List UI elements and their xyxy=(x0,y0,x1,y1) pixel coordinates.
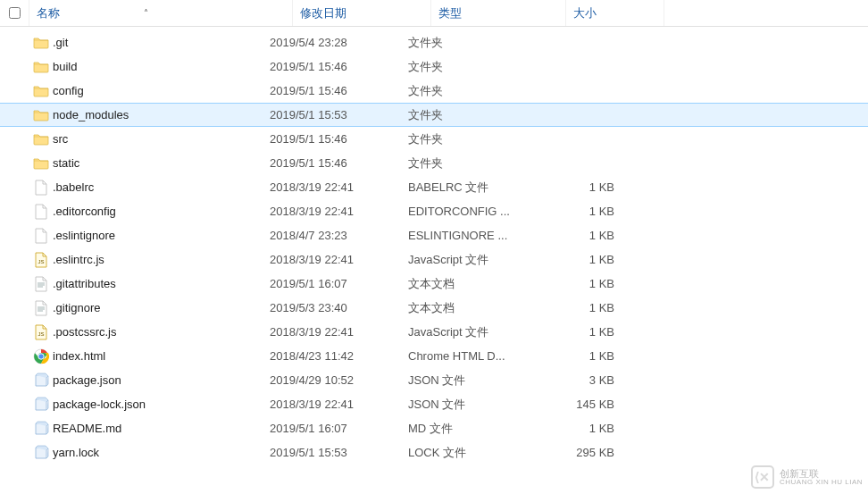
sort-asc-icon: ˄ xyxy=(144,8,148,18)
file-type: JSON 文件 xyxy=(408,397,543,413)
file-row[interactable]: .git2019/5/4 23:28文件夹 xyxy=(0,30,868,54)
file-type: JavaScript 文件 xyxy=(408,324,543,340)
file-type: LOCK 文件 xyxy=(408,445,543,461)
folder-icon xyxy=(29,131,53,147)
file-row[interactable]: .eslintignore2018/4/7 23:23ESLINTIGNORE … xyxy=(0,223,868,247)
file-type: JavaScript 文件 xyxy=(408,252,543,268)
file-row[interactable]: index.html2018/4/23 11:42Chrome HTML D..… xyxy=(0,344,868,368)
svg-text:JS: JS xyxy=(38,259,44,264)
file-type: Chrome HTML D... xyxy=(408,349,543,363)
file-name: .git xyxy=(53,36,68,49)
file-row[interactable]: node_modules2019/5/1 15:53文件夹 xyxy=(0,103,868,127)
file3d-icon xyxy=(29,445,53,461)
file-row[interactable]: src2019/5/1 15:46文件夹 xyxy=(0,127,868,151)
file-row[interactable]: JS.postcssrc.js2018/3/19 22:41JavaScript… xyxy=(0,320,868,344)
file-name: .gitattributes xyxy=(53,277,116,290)
file-name: src xyxy=(53,132,68,146)
file-row[interactable]: README.md2019/5/1 16:07MD 文件1 KB xyxy=(0,416,868,440)
file-date: 2019/5/1 15:46 xyxy=(270,84,408,97)
file-name: .gitignore xyxy=(53,301,100,314)
folder-icon xyxy=(29,107,53,123)
file-type: 文本文档 xyxy=(408,300,543,316)
column-header-size[interactable]: 大小 xyxy=(566,0,664,26)
file-size: 1 KB xyxy=(543,325,641,339)
file-size: 295 KB xyxy=(543,446,641,459)
file-date: 2018/3/19 22:41 xyxy=(270,325,408,339)
file-name: README.md xyxy=(53,422,121,435)
blank-icon xyxy=(29,204,53,220)
file-name: .postcssrc.js xyxy=(53,325,117,339)
blank-icon xyxy=(29,228,53,244)
file-type: MD 文件 xyxy=(408,421,543,437)
file-size: 145 KB xyxy=(543,398,641,411)
file-type: JSON 文件 xyxy=(408,373,543,389)
file-type: 文件夹 xyxy=(408,59,543,75)
file-name: static xyxy=(53,156,79,170)
file-row[interactable]: build2019/5/1 15:46文件夹 xyxy=(0,54,868,79)
file-row[interactable]: yarn.lock2019/5/1 15:53LOCK 文件295 KB xyxy=(0,440,868,465)
file-date: 2019/5/1 15:46 xyxy=(270,132,408,146)
file3d-icon xyxy=(29,373,53,389)
file-type: BABELRC 文件 xyxy=(408,180,543,196)
select-all-cell[interactable] xyxy=(0,0,29,26)
file-row[interactable]: .gitattributes2019/5/1 16:07文本文档1 KB xyxy=(0,272,868,296)
file-name: index.html xyxy=(53,349,105,363)
file-date: 2019/5/1 15:46 xyxy=(270,60,408,73)
file-size: 1 KB xyxy=(543,277,641,290)
chrome-icon xyxy=(29,348,53,364)
folder-icon xyxy=(29,83,53,99)
file-date: 2018/3/19 22:41 xyxy=(270,180,408,194)
file-type: 文件夹 xyxy=(408,107,543,123)
file-date: 2018/3/19 22:41 xyxy=(270,253,408,266)
column-header-type[interactable]: 类型 xyxy=(431,0,566,26)
blank-icon xyxy=(29,180,53,196)
file-list: .git2019/5/4 23:28文件夹build2019/5/1 15:46… xyxy=(0,27,868,465)
file-size: 1 KB xyxy=(543,422,641,435)
file-type: 文件夹 xyxy=(408,155,543,172)
column-header-date[interactable]: 修改日期 xyxy=(293,0,431,26)
column-header-date-label: 修改日期 xyxy=(300,5,346,21)
text-icon xyxy=(29,300,53,316)
js-icon: JS xyxy=(29,252,53,268)
file-date: 2019/5/1 15:53 xyxy=(270,108,408,121)
file-date: 2018/3/19 22:41 xyxy=(270,205,408,218)
file-date: 2018/4/7 23:23 xyxy=(270,229,408,242)
file-size: 1 KB xyxy=(543,180,641,194)
file-row[interactable]: package.json2019/4/29 10:52JSON 文件3 KB xyxy=(0,368,868,392)
js-icon: JS xyxy=(29,324,53,340)
file-row[interactable]: .editorconfig2018/3/19 22:41EDITORCONFIG… xyxy=(0,199,868,223)
column-header-size-label: 大小 xyxy=(573,5,597,21)
folder-icon xyxy=(29,35,53,51)
column-header-row: 名称 ˄ 修改日期 类型 大小 xyxy=(0,0,868,27)
file-date: 2019/5/1 15:46 xyxy=(270,156,408,170)
file-size: 1 KB xyxy=(543,349,641,363)
file-name: yarn.lock xyxy=(53,446,99,459)
file-size: 1 KB xyxy=(543,229,641,242)
file-row[interactable]: static2019/5/1 15:46文件夹 xyxy=(0,151,868,175)
file-date: 2019/5/1 16:07 xyxy=(270,277,408,290)
file-size: 1 KB xyxy=(543,301,641,314)
file-type: 文本文档 xyxy=(408,276,543,292)
file-row[interactable]: JS.eslintrc.js2018/3/19 22:41JavaScript … xyxy=(0,247,868,272)
file-row[interactable]: .babelrc2018/3/19 22:41BABELRC 文件1 KB xyxy=(0,175,868,199)
watermark-brand: 创新互联 xyxy=(780,468,863,479)
file-name: .babelrc xyxy=(53,180,94,194)
folder-icon xyxy=(29,59,53,75)
file-row[interactable]: .gitignore2019/5/3 23:40文本文档1 KB xyxy=(0,296,868,320)
file-name: .editorconfig xyxy=(53,205,116,218)
file-size: 3 KB xyxy=(543,373,641,387)
file-type: EDITORCONFIG ... xyxy=(408,205,543,218)
column-header-name-label: 名称 xyxy=(37,5,60,21)
svg-text:JS: JS xyxy=(38,331,44,337)
file-date: 2019/5/3 23:40 xyxy=(270,301,408,314)
file-name: .eslintignore xyxy=(53,229,115,242)
file-name: package.json xyxy=(53,373,121,387)
file-name: config xyxy=(53,84,84,97)
text-icon xyxy=(29,276,53,292)
file-row[interactable]: package-lock.json2018/3/19 22:41JSON 文件1… xyxy=(0,392,868,416)
file-date: 2019/5/4 23:28 xyxy=(270,36,408,49)
select-all-checkbox[interactable] xyxy=(9,7,21,19)
file-row[interactable]: config2019/5/1 15:46文件夹 xyxy=(0,79,868,103)
column-header-name[interactable]: 名称 ˄ xyxy=(29,0,293,26)
file-type: 文件夹 xyxy=(408,35,543,51)
